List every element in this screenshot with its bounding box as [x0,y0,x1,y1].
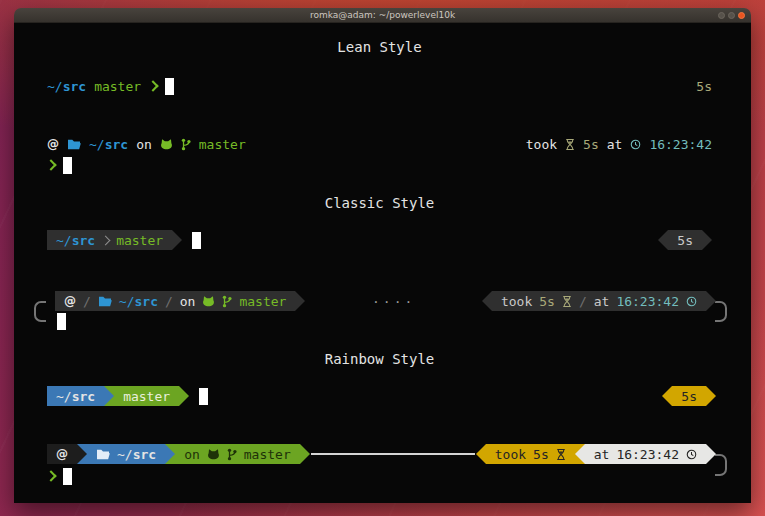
git-branch: master [244,447,291,462]
current-time: 16:23:42 [616,294,679,309]
git-branch: master [199,137,246,152]
terminal-cursor [63,468,72,485]
window-controls [718,12,745,19]
powerline-segment-branch: on master [175,444,300,464]
terminal-window: romka@adam: ~/powerlevel10k Lean Style ~… [14,8,751,503]
lean-prompt-2-line-2 [47,155,712,175]
folder-icon [96,448,110,460]
current-directory: ~/src [117,447,156,462]
os-icon: @ [47,138,59,150]
on-label: on [180,294,196,309]
path-prefix: ~/ [56,233,72,248]
current-directory: ~/src [47,79,86,94]
slash-separator: / [165,294,173,309]
powerline-segment-status: took 5s / at 16:23:42 [492,291,706,311]
command-duration: 5s [533,447,549,462]
hourglass-icon [562,295,572,308]
path-name: src [133,447,156,462]
git-branch-icon [222,294,232,309]
current-directory: ~/src [56,389,95,404]
at-label: at [607,137,623,152]
clock-icon [630,139,641,150]
segment-separator-icon [101,235,111,245]
powerline-segment-duration: 5s [668,230,702,250]
command-duration: 5s [681,389,697,404]
github-octocat-icon [160,138,173,150]
path-name: src [134,294,157,309]
powerline-arrow-icon [706,291,716,311]
command-duration: 5s [583,137,599,152]
folder-icon [98,295,112,307]
powerline-arrow-icon [179,386,189,406]
section-title: Rainbow Style [325,351,435,367]
powerline-arrow-icon [575,444,585,464]
desktop-background: romka@adam: ~/powerlevel10k Lean Style ~… [0,0,765,516]
clock-icon [686,449,697,460]
section-title: Classic Style [325,195,435,211]
git-branch-icon [227,447,237,462]
path-prefix: ~/ [47,79,63,94]
prompt-connector-line [311,453,475,455]
took-label: took [501,294,532,309]
close-button[interactable] [738,12,745,19]
terminal-cursor [192,232,201,249]
rainbow-prompt-1: ~/src master 5s [47,386,716,406]
maximize-button[interactable] [728,12,735,19]
hourglass-icon [565,138,575,151]
prompt-chevron-icon [45,159,56,170]
hourglass-icon [556,448,566,461]
rainbow-prompt-2-line-2 [47,466,712,486]
path-name: src [72,389,95,404]
powerline-arrow-icon [165,444,175,464]
section-title: Lean Style [337,39,421,55]
prompt-frame-right [715,301,727,322]
current-time: 16:23:42 [616,447,679,462]
powerline-segment-branch: master [114,386,179,406]
minimize-button[interactable] [718,12,725,19]
path-prefix: ~/ [89,137,105,152]
powerline-segment-context: @ / ~/src / on master [55,291,295,311]
folder-icon [67,138,81,150]
took-label: took [495,447,526,462]
classic-style-heading: Classic Style [47,193,712,213]
git-branch: master [239,294,286,309]
window-title: romka@adam: ~/powerlevel10k [310,11,455,20]
terminal-cursor [63,157,72,174]
path-prefix: ~/ [119,294,135,309]
lean-prompt-1: ~/src master 5s [47,76,712,96]
powerline-arrow-icon [658,230,668,250]
powerline-arrow-icon [702,230,712,250]
os-icon: @ [56,448,68,460]
on-label: on [184,447,200,462]
powerline-arrow-icon [295,291,305,311]
slash-separator: / [579,294,587,309]
os-icon: @ [64,295,76,307]
path-prefix: ~/ [56,389,72,404]
lean-prompt-2-line-1: @ ~/src on master took 5s at 16:23:42 [47,134,712,154]
command-duration: 5s [696,79,712,94]
powerline-arrow-icon [300,444,310,464]
powerline-segment-time: at 16:23:42 [585,444,706,464]
terminal-content[interactable]: Lean Style ~/src master 5s @ ~/src on [14,23,751,503]
powerline-arrow-icon [476,444,486,464]
github-octocat-icon [202,295,215,307]
current-time: 16:23:42 [649,137,712,152]
terminal-cursor [165,78,174,95]
at-label: at [594,447,610,462]
git-branch: master [116,233,163,248]
window-titlebar[interactable]: romka@adam: ~/powerlevel10k [14,8,751,23]
on-label: on [136,137,152,152]
terminal-cursor [57,313,66,330]
git-branch: master [94,79,141,94]
classic-prompt-1: ~/src master 5s [47,230,712,250]
git-branch: master [123,389,170,404]
prompt-chevron-icon [45,470,56,481]
powerline-segment-os: @ [47,444,77,464]
prompt-frame-right [715,454,727,476]
path-name: src [105,137,128,152]
github-octocat-icon [207,448,220,460]
prompt-chevron-icon [147,80,158,91]
current-directory: ~/src [89,137,128,152]
powerline-arrow-icon [172,230,182,250]
powerline-segment-path: ~/src [87,444,165,464]
